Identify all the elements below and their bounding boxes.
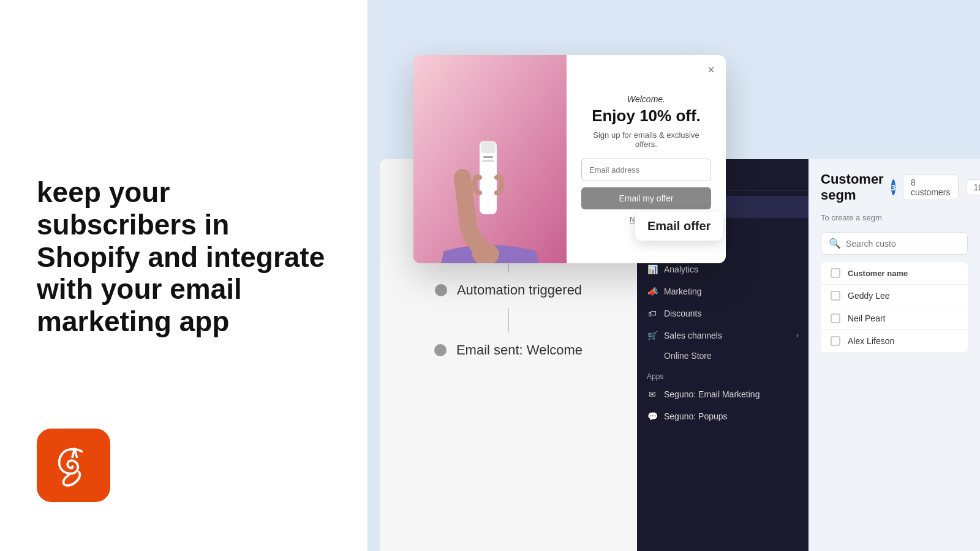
popup-title: Enjoy 10% off. <box>592 107 701 126</box>
flow-step-3-text: Email sent: Welcome <box>456 342 582 358</box>
search-bar[interactable]: 🔍 <box>821 232 968 255</box>
sidebar-item-seguno-popups[interactable]: 💬 Seguno: Popups <box>637 405 809 427</box>
sidebar-item-label-seguno-email: Seguno: Email Marketing <box>664 389 760 399</box>
segment-badge: 3 <box>891 179 895 195</box>
marketing-icon: 📣 <box>647 286 658 297</box>
sidebar-item-label-seguno-popups: Seguno: Popups <box>664 411 728 421</box>
page-title: Customer segm <box>821 171 884 203</box>
popup-welcome-text: Welcome. <box>627 94 665 104</box>
right-panel: Email offer <box>368 0 980 551</box>
flow-dot-3 <box>434 344 447 356</box>
content-panel: Customer segm 3 8 customers 10 To create… <box>809 159 980 551</box>
seguno-popups-icon: 💬 <box>647 411 658 422</box>
table-header: Customer name <box>821 262 968 285</box>
sales-channels-icon: 🛒 <box>647 330 658 341</box>
table-row[interactable]: Alex Lifeson <box>821 330 968 353</box>
content-header: Customer segm 3 8 customers 10 <box>821 171 968 203</box>
flow-line-2 <box>508 308 509 332</box>
sidebar-item-online-store[interactable]: Online Store <box>637 347 809 365</box>
sidebar-item-seguno-email[interactable]: ✉ Seguno: Email Marketing <box>637 383 809 405</box>
popup-image-inner <box>413 55 567 263</box>
sidebar-item-marketing[interactable]: 📣 Marketing <box>637 280 809 302</box>
popup-cta-button[interactable]: Email my offer <box>581 187 711 209</box>
search-icon: 🔍 <box>829 238 841 249</box>
seguno-logo-icon <box>51 443 96 487</box>
flow-step-3: Email sent: Welcome <box>434 332 582 368</box>
customer-name-3: Alex Lifeson <box>848 336 894 346</box>
sidebar-item-label-discounts: Discounts <box>664 309 701 318</box>
seguno-email-icon: ✉ <box>647 389 658 400</box>
discounts-icon: 🏷 <box>647 308 658 319</box>
segment-description: To create a segm <box>821 213 968 222</box>
customers-count-badge: 8 customers <box>903 174 959 200</box>
app-icon <box>37 429 110 502</box>
popup-image <box>413 55 567 263</box>
sidebar-item-label-analytics: Analytics <box>664 264 698 274</box>
apps-section-label: Apps <box>637 365 809 383</box>
flow-step-3-row: Email sent: Welcome <box>434 337 582 363</box>
col-name-header: Customer name <box>848 269 908 278</box>
left-panel: keep your subscribers in Shopify and int… <box>0 0 368 551</box>
customers-table: Customer name Geddy Lee Neil Peart Alex … <box>821 262 968 353</box>
table-row[interactable]: Neil Peart <box>821 307 968 330</box>
popup-subtitle: Sign up for emails & exclusive offers. <box>581 130 711 149</box>
flow-step-2-row: Automation triggered <box>435 277 582 303</box>
row-checkbox-1[interactable] <box>831 291 840 301</box>
sidebar-item-discounts[interactable]: 🏷 Discounts <box>637 302 809 324</box>
popup-email-input[interactable] <box>581 159 711 181</box>
sales-channels-chevron: › <box>796 331 799 340</box>
sidebar-item-sales-channels[interactable]: 🛒 Sales channels › <box>637 324 809 347</box>
analytics-icon: 📊 <box>647 264 658 275</box>
flow-step-2: Automation triggered <box>435 272 582 332</box>
other-count-badge: 10 <box>966 179 981 195</box>
customer-name-1: Geddy Lee <box>848 291 890 301</box>
email-offer-tag-container: Email offer <box>635 212 723 241</box>
popup-close-button[interactable]: × <box>704 62 718 77</box>
row-checkbox-3[interactable] <box>831 336 840 346</box>
flow-dot-2 <box>435 284 447 296</box>
svg-rect-4 <box>481 141 496 153</box>
header-checkbox[interactable] <box>831 268 840 278</box>
email-offer-tag: Email offer <box>635 212 723 241</box>
table-row[interactable]: Geddy Lee <box>821 285 968 307</box>
flow-step-2-text: Automation triggered <box>457 282 582 298</box>
popup-product-illustration <box>413 55 567 263</box>
tagline: keep your subscribers in Shopify and int… <box>37 176 331 338</box>
search-input[interactable] <box>846 239 953 249</box>
svg-rect-5 <box>483 156 493 158</box>
customer-name-2: Neil Peart <box>848 313 885 323</box>
sidebar-item-label-marketing: Marketing <box>664 287 701 296</box>
sidebar-item-label-online-store: Online Store <box>664 351 712 361</box>
svg-rect-6 <box>482 160 494 162</box>
sidebar-item-label-sales-channels: Sales channels <box>664 331 722 340</box>
row-checkbox-2[interactable] <box>831 313 840 323</box>
